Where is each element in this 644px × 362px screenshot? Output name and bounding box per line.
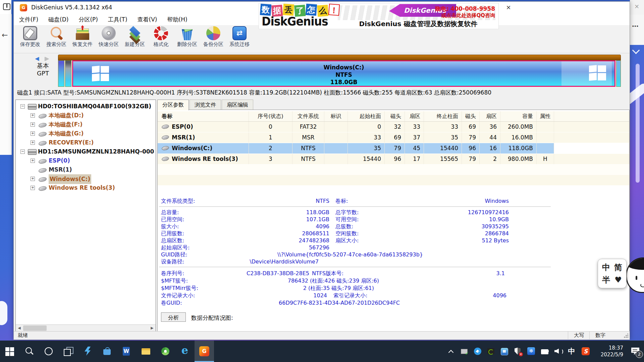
next-disk-icon[interactable]: ▶ (45, 55, 51, 62)
banner-phone-label: 致电: 400-008-9958 (435, 5, 495, 13)
taskbar-item-diskgenius-icon[interactable] (195, 341, 214, 362)
taskbar-item-store-icon[interactable] (97, 341, 117, 362)
status-ready-label: 就绪 (18, 332, 28, 339)
collapse-icon[interactable]: − (20, 149, 25, 154)
banner-qq-link[interactable]: 或点击此处选择QQ咨询 (441, 12, 495, 19)
window-title: DiskGenius V5.4.3.1342 x64 (31, 4, 112, 11)
tab-浏览文件[interactable]: 浏览文件 (190, 100, 221, 110)
tray-item-intel-graphics-icon[interactable] (498, 341, 511, 362)
collapse-icon[interactable]: − (20, 104, 25, 109)
taskbar-item-search-icon[interactable] (19, 341, 39, 362)
prev-disk-icon[interactable]: ◀ (35, 55, 41, 62)
tab-分区参数[interactable]: 分区参数 (157, 100, 189, 110)
tree-item-本地磁盘(D:)[interactable]: +本地磁盘(D:) (16, 111, 156, 120)
partition-icon (38, 113, 47, 119)
toolbar-button-快速分区[interactable]: 快速分区 (96, 26, 122, 48)
tree-item-HD1:SAMSUNGMZNLN128HAHQ-000[interactable]: −HD1:SAMSUNGMZNLN128HAHQ-000 (16, 147, 156, 156)
tree-item-label: HD1:SAMSUNGMZNLN128HAHQ-000 (38, 147, 154, 156)
toolbar-button-恢复文件[interactable]: 恢复文件 (69, 26, 96, 48)
partition-block-windows-c[interactable]: Windows(C:) NTFS 118.0GB (72, 60, 615, 87)
menu-item[interactable]: 磁盘(D) (48, 16, 68, 23)
taskbar-item-browser-360-icon[interactable] (156, 341, 175, 362)
status-num-label: 数字 (589, 331, 611, 339)
toolbar-button-新建分区[interactable]: 新建分区 (122, 26, 148, 48)
tree-item-Windows RE tools(3)[interactable]: +Windows RE tools(3) (16, 183, 156, 192)
ime-zh-icon: 中 (568, 347, 575, 356)
toolbar-button-系统迁移[interactable]: 系统迁移 (226, 26, 253, 48)
expand-icon[interactable]: + (31, 140, 35, 145)
background-window-left: ← (0, 14, 12, 155)
expand-icon[interactable]: + (31, 159, 35, 163)
detail-value: NTFS (161, 198, 329, 204)
detail-value: \Device\HarddiskVolume7 (161, 258, 319, 265)
ime-status-panel[interactable]: 中简半♥ (598, 259, 627, 288)
tree-horizontal-scrollbar[interactable]: ◀ ▶ (16, 324, 156, 332)
toolbar-button-保存更改[interactable]: 保存更改 (17, 26, 43, 48)
overflow-dots-icon[interactable]: ⋯ (632, 22, 639, 30)
taskbar-item-edge-icon[interactable] (175, 341, 195, 362)
chevron-down-icon[interactable] (632, 47, 640, 54)
banner-ad[interactable]: 数据丢了怎么！ DiskGenius DiskGenius 致电: 400-00… (259, 3, 499, 29)
background-close-icon[interactable]: × (634, 3, 639, 10)
taskbar-item-start-icon[interactable] (0, 341, 19, 362)
menu-item[interactable]: 文件(F) (19, 16, 38, 23)
menu-item[interactable]: 分区(P) (78, 16, 98, 23)
ime-indicator[interactable]: 中 (565, 341, 578, 362)
toolbar-button-label: 搜索分区 (46, 41, 66, 48)
edge-icon (180, 346, 190, 356)
tree-item-RECOVERY(E:)[interactable]: +RECOVERY(E:) (16, 138, 156, 147)
scrollbar-thumb[interactable] (23, 325, 47, 331)
expand-icon[interactable]: + (31, 131, 35, 136)
tray-item-printer-icon[interactable] (458, 341, 471, 362)
volume-details: 文件系统类型:NTFS卷标:Windows总容量:118.0GB总字节数:126… (158, 110, 629, 332)
tray-item-security-shield-icon[interactable] (511, 341, 525, 362)
background-scrollbar[interactable] (636, 64, 640, 183)
tab-扇区编辑[interactable]: 扇区编辑 (222, 100, 253, 110)
tree-item-label: Windows(C:) (49, 174, 91, 184)
partition-fs: NTFS (73, 71, 614, 78)
partition-size: 118.0GB (73, 78, 614, 86)
tray-item-tray-expand-icon[interactable] (444, 341, 458, 362)
menu-item[interactable]: 帮助(H) (167, 16, 187, 23)
taskbar-clock[interactable]: 18:37 2022/5/9 (593, 345, 627, 358)
menu-item[interactable]: 工具(T) (108, 16, 127, 23)
tray-item-battery-icon[interactable] (538, 341, 551, 362)
resize-grip[interactable] (624, 334, 628, 338)
toolbar-button-格式化[interactable]: 格式化 (148, 26, 174, 48)
taskbar-item-thunder-icon[interactable] (78, 341, 97, 362)
tree-item-MSR(1)[interactable]: MSR(1) (16, 165, 156, 174)
tree-item-Windows(C:)[interactable]: +Windows(C:) (16, 174, 156, 183)
tray-item-snowflake-icon[interactable] (525, 341, 538, 362)
toolbar-button-搜索分区[interactable]: 搜索分区 (43, 26, 69, 48)
tree-item-HD0:TOSHIBAMQ04ABF100(932GB)[interactable]: −HD0:TOSHIBAMQ04ABF100(932GB) (16, 102, 156, 111)
partition-block-esp[interactable] (58, 60, 64, 87)
expand-icon[interactable]: + (31, 177, 35, 181)
tree-item-ESP(0)[interactable]: +ESP(0) (16, 156, 156, 165)
tree-item-label: 本地磁盘(G:) (49, 129, 84, 138)
analyze-button[interactable]: 分析 (161, 312, 186, 322)
tree-item-label: Windows RE tools(3) (49, 183, 115, 192)
scroll-right-icon[interactable]: ▶ (149, 325, 156, 331)
tray-item-volume-icon[interactable] (551, 341, 565, 362)
taskbar-item-task-view-icon[interactable] (58, 341, 78, 362)
sogou-tray-item[interactable]: S (578, 341, 593, 362)
action-center-button[interactable]: 2 (627, 341, 644, 362)
menu-item[interactable]: 查看(V) (138, 16, 157, 23)
tree-item-本地磁盘(G:)[interactable]: +本地磁盘(G:) (16, 129, 156, 138)
taskbar-item-word-icon[interactable] (117, 341, 136, 362)
close-button[interactable]: × (501, 2, 516, 13)
scroll-left-icon[interactable]: ◀ (16, 325, 23, 331)
expand-icon[interactable]: + (31, 122, 35, 127)
toolbar-button-备份分区[interactable]: 备份分区 (200, 26, 226, 48)
tray-item-nvidia-icon[interactable] (484, 341, 498, 362)
partition-block-re-tools[interactable] (616, 60, 621, 87)
tree-item-本地磁盘(F:)[interactable]: +本地磁盘(F:) (16, 120, 156, 129)
partition-block-msr[interactable] (65, 60, 71, 87)
tray-item-bird-app-icon[interactable] (471, 341, 484, 362)
back-arrow-icon[interactable]: ← (2, 31, 8, 39)
toolbar-button-删除分区[interactable]: 删除分区 (174, 26, 200, 48)
expand-icon[interactable]: + (31, 186, 35, 190)
taskbar-item-cortana-icon[interactable] (39, 341, 58, 362)
taskbar-item-file-explorer-icon[interactable] (136, 341, 156, 362)
expand-icon[interactable]: + (31, 113, 35, 118)
